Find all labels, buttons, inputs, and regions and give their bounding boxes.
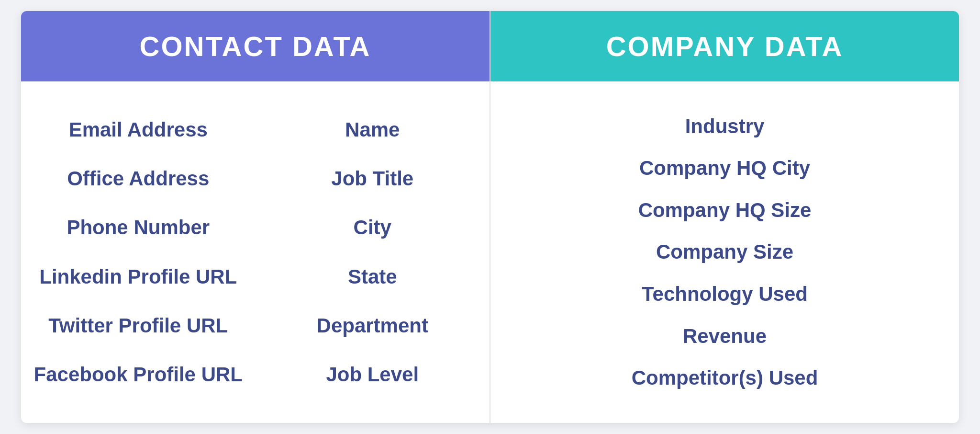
contact-columns: Email AddressOffice AddressPhone NumberL… <box>21 96 490 409</box>
contact-content: Email AddressOffice AddressPhone NumberL… <box>21 81 490 423</box>
company-item: Industry <box>685 111 765 142</box>
contact-col-1: Email AddressOffice AddressPhone NumberL… <box>21 96 256 409</box>
contact-item: Email Address <box>69 114 208 145</box>
company-section: COMPANY DATA IndustryCompany HQ CityComp… <box>490 11 959 423</box>
contact-title: CONTACT DATA <box>140 30 371 62</box>
company-item: Technology Used <box>642 279 808 309</box>
company-item: Company Size <box>656 237 793 267</box>
contact-item: Job Level <box>326 359 419 390</box>
contact-header: CONTACT DATA <box>21 11 490 81</box>
company-header: COMPANY DATA <box>490 11 959 81</box>
contact-item: Job Title <box>331 163 413 194</box>
contact-item: City <box>354 212 391 243</box>
contact-section: CONTACT DATA Email AddressOffice Address… <box>21 11 490 423</box>
company-col-1: IndustryCompany HQ CityCompany HQ SizeCo… <box>490 96 959 409</box>
contact-col-2: NameJob TitleCityStateDepartmentJob Leve… <box>256 96 490 409</box>
contact-item: Department <box>317 310 428 341</box>
company-item: Revenue <box>683 321 767 352</box>
company-item: Company HQ City <box>639 153 810 183</box>
contact-item: Office Address <box>67 163 209 194</box>
company-content: IndustryCompany HQ CityCompany HQ SizeCo… <box>490 81 959 423</box>
company-title: COMPANY DATA <box>606 30 844 62</box>
company-columns: IndustryCompany HQ CityCompany HQ SizeCo… <box>490 96 959 409</box>
company-item: Competitor(s) Used <box>632 363 818 393</box>
contact-item: Phone Number <box>67 212 210 243</box>
contact-item: Twitter Profile URL <box>48 310 228 341</box>
contact-item: Linkedin Profile URL <box>39 262 237 292</box>
company-item: Company HQ Size <box>638 195 812 226</box>
contact-item: State <box>348 262 397 292</box>
contact-item: Facebook Profile URL <box>34 359 243 390</box>
contact-item: Name <box>345 114 400 145</box>
main-container: CONTACT DATA Email AddressOffice Address… <box>21 11 959 423</box>
